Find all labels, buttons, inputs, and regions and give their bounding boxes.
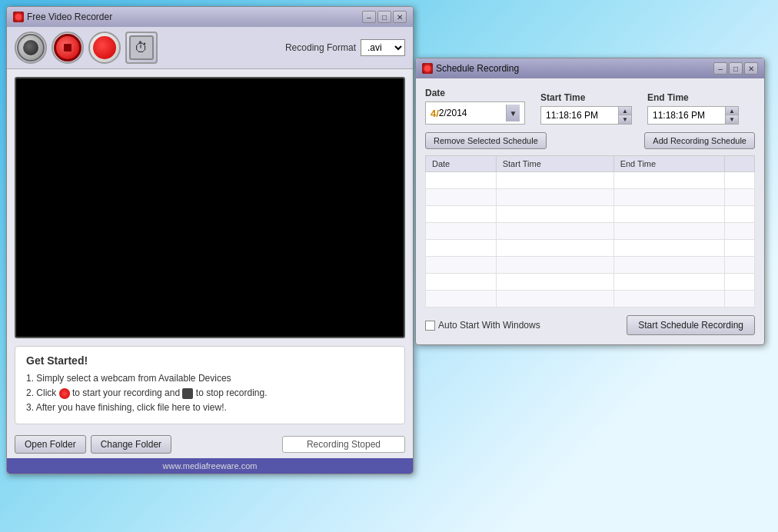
footer-bar: www.mediafreeware.com	[7, 458, 413, 474]
stop-inner-square	[64, 44, 71, 52]
recorder-title-bar: Free Video Recorder – □ ✕	[7, 7, 413, 27]
step3-text: 3. After you have finishing, click file …	[26, 401, 394, 415]
table-row	[426, 240, 755, 257]
end-time-label: End Time	[647, 92, 739, 103]
recorder-window: Free Video Recorder – □ ✕ ⏱ Recoding For…	[6, 6, 414, 474]
format-label: Recoding Format	[285, 42, 356, 53]
open-folder-button[interactable]: Open Folder	[15, 435, 86, 454]
video-preview	[15, 77, 405, 338]
start-time-down-button[interactable]: ▼	[619, 115, 631, 124]
schedule-window: Schedule Recording – □ ✕ Date 4/ 2/2014 …	[415, 58, 765, 345]
schedule-close-button[interactable]: ✕	[744, 62, 758, 75]
step2-prefix: 2. Click	[26, 387, 56, 398]
get-started-panel: Get Started! 1. Simply select a webcam f…	[15, 346, 405, 424]
schedule-button[interactable]: ⏱	[125, 32, 158, 64]
toolbar: ⏱ Recoding Format .avi .mp4 .wmv	[7, 27, 413, 69]
minimize-button[interactable]: –	[362, 11, 376, 23]
record-inline-icon	[59, 388, 70, 399]
table-row	[426, 172, 755, 189]
date-input[interactable]: 4/ 2/2014 ▼	[425, 101, 525, 125]
webcam-lens	[23, 40, 38, 55]
close-button[interactable]: ✕	[393, 11, 407, 23]
table-row	[426, 206, 755, 223]
schedule-bottom-row: Auto Start With Windows Start Schedule R…	[425, 315, 755, 335]
col-date: Date	[426, 156, 497, 172]
title-bar-left: Free Video Recorder	[13, 12, 112, 22]
change-folder-button[interactable]: Change Folder	[91, 435, 171, 454]
schedule-table: Date Start Time End Time	[425, 155, 755, 308]
recording-status: Recording Stoped	[282, 436, 405, 453]
get-started-heading: Get Started!	[26, 354, 394, 367]
date-label: Date	[425, 88, 525, 98]
start-time-value: 11:18:16 PM	[541, 108, 618, 123]
webcam-icon	[17, 34, 45, 62]
end-time-down-button[interactable]: ▼	[726, 115, 738, 124]
schedule-body: Date 4/ 2/2014 ▼ Start Time 11:18:16 PM …	[416, 78, 764, 344]
date-month: 4/	[431, 108, 439, 119]
end-time-value: 11:18:16 PM	[648, 108, 725, 123]
start-time-up-button[interactable]: ▲	[619, 107, 631, 115]
restore-button[interactable]: □	[377, 11, 391, 23]
step2-text: 2. Click to start your recording and to …	[26, 386, 394, 401]
table-row	[426, 274, 755, 291]
schedule-app-icon	[422, 63, 433, 74]
svg-point-1	[424, 65, 431, 71]
start-schedule-button[interactable]: Start Schedule Recording	[627, 315, 755, 335]
record-icon	[93, 36, 116, 59]
table-row	[426, 291, 755, 308]
auto-start-text: Auto Start With Windows	[438, 320, 540, 331]
record-button[interactable]	[88, 32, 121, 64]
schedule-restore-button[interactable]: □	[729, 62, 743, 75]
start-time-field-group: Start Time 11:18:16 PM ▲ ▼	[540, 92, 632, 125]
col-start-time: Start Time	[496, 156, 613, 172]
auto-start-label[interactable]: Auto Start With Windows	[425, 320, 540, 331]
start-time-label: Start Time	[540, 92, 632, 103]
schedule-title-bar: Schedule Recording – □ ✕	[416, 58, 764, 78]
table-row	[426, 257, 755, 274]
step2-suffix: to stop recording.	[196, 387, 268, 398]
stop-inline-icon	[182, 388, 193, 399]
auto-start-checkbox[interactable]	[425, 321, 435, 331]
bottom-bar: Open Folder Change Folder Recording Stop…	[7, 431, 413, 458]
date-time-row: Date 4/ 2/2014 ▼ Start Time 11:18:16 PM …	[425, 88, 755, 125]
start-time-spinners: ▲ ▼	[618, 107, 631, 124]
remove-schedule-button[interactable]: Remove Selected Schedule	[425, 132, 547, 149]
table-row	[426, 189, 755, 206]
start-time-input[interactable]: 11:18:16 PM ▲ ▼	[540, 106, 632, 125]
date-dropdown-arrow[interactable]: ▼	[506, 105, 520, 121]
stop-button[interactable]	[52, 32, 84, 64]
format-select[interactable]: .avi .mp4 .wmv	[361, 39, 405, 56]
end-time-spinners: ▲ ▼	[725, 107, 738, 124]
step2-mid: to start your recording and	[72, 387, 182, 398]
schedule-minimize-button[interactable]: –	[713, 62, 727, 75]
table-row	[426, 223, 755, 240]
end-time-up-button[interactable]: ▲	[726, 107, 738, 115]
step1-text: 1. Simply select a webcam from Available…	[26, 371, 394, 386]
add-schedule-button[interactable]: Add Recording Schedule	[644, 132, 755, 149]
schedule-title: Schedule Recording	[436, 63, 519, 74]
end-time-field-group: End Time 11:18:16 PM ▲ ▼	[647, 92, 739, 125]
date-value: 2/2014	[439, 108, 467, 118]
stop-icon	[54, 34, 81, 62]
footer-url: www.mediafreeware.com	[163, 461, 258, 470]
title-controls: – □ ✕	[362, 11, 407, 23]
app-icon	[13, 12, 24, 22]
schedule-title-controls: – □ ✕	[713, 62, 758, 75]
col-extra	[725, 156, 755, 172]
action-row: Remove Selected Schedule Add Recording S…	[425, 132, 755, 149]
schedule-icon: ⏱	[129, 35, 154, 60]
col-end-time: End Time	[613, 156, 725, 172]
end-time-input[interactable]: 11:18:16 PM ▲ ▼	[647, 106, 739, 125]
schedule-title-left: Schedule Recording	[422, 63, 519, 74]
svg-point-0	[15, 14, 22, 20]
webcam-button[interactable]	[15, 32, 47, 64]
recorder-title: Free Video Recorder	[27, 12, 112, 22]
date-field-group: Date 4/ 2/2014 ▼	[425, 88, 525, 125]
